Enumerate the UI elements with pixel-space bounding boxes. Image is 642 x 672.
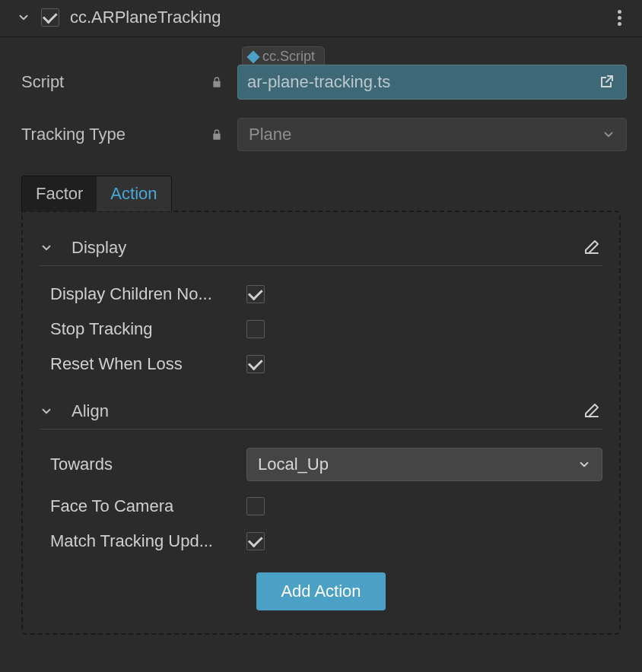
- chevron-down-icon: [577, 458, 591, 471]
- prop-label: Towards: [50, 455, 233, 474]
- section-title: Display: [72, 238, 575, 258]
- collapse-section-icon[interactable]: [40, 241, 53, 255]
- tab-body-action: Display Display Children No... Stop Trac…: [21, 211, 621, 635]
- stop-tracking-checkbox[interactable]: [246, 320, 265, 338]
- script-tag: cc.Script: [242, 46, 325, 65]
- property-row-tracking-type: Tracking Type Plane: [0, 109, 642, 160]
- prop-match-tracking-update: Match Tracking Upd...: [40, 524, 602, 559]
- script-label: Script: [21, 72, 196, 92]
- prop-face-to-camera: Face To Camera: [40, 489, 602, 524]
- towards-select[interactable]: Local_Up: [246, 448, 602, 481]
- towards-value: Local_Up: [258, 455, 577, 474]
- add-action-row: Add Action: [40, 572, 602, 610]
- component-title: cc.ARPlaneTracking: [70, 8, 610, 27]
- section-header-display: Display: [40, 233, 602, 266]
- property-row-script: Script cc.Script ar-plane-tracking.ts: [0, 55, 642, 109]
- script-tag-label: cc.Script: [262, 49, 315, 65]
- edit-section-icon[interactable]: [583, 401, 602, 421]
- prop-label: Reset When Loss: [50, 354, 233, 374]
- script-field[interactable]: cc.Script ar-plane-tracking.ts: [237, 65, 627, 100]
- script-value-box[interactable]: ar-plane-tracking.ts: [237, 65, 627, 100]
- inspector-panel: cc.ARPlaneTracking Script cc.Script ar-p…: [0, 0, 642, 672]
- chevron-down-icon: [602, 128, 615, 141]
- prop-label: Face To Camera: [50, 496, 233, 516]
- prop-display-children: Display Children No...: [40, 277, 602, 312]
- display-children-checkbox[interactable]: [246, 285, 265, 303]
- open-script-icon[interactable]: [596, 71, 617, 93]
- component-enabled-checkbox[interactable]: [41, 8, 59, 27]
- script-type-diamond-icon: [247, 50, 260, 63]
- tab-factor[interactable]: Factor: [22, 176, 97, 211]
- collapse-section-icon[interactable]: [40, 404, 53, 418]
- prop-label: Stop Tracking: [50, 319, 233, 339]
- add-action-button[interactable]: Add Action: [256, 572, 385, 610]
- collapse-component-icon[interactable]: [17, 11, 30, 24]
- prop-towards: Towards Local_Up: [40, 440, 602, 489]
- section-title: Align: [72, 401, 575, 421]
- match-tracking-update-checkbox[interactable]: [246, 532, 265, 550]
- component-menu-button[interactable]: [610, 8, 628, 27]
- prop-label: Display Children No...: [50, 284, 233, 304]
- prop-reset-when-loss: Reset When Loss: [40, 347, 602, 382]
- edit-section-icon[interactable]: [583, 238, 602, 258]
- lock-icon: [208, 74, 225, 90]
- tab-action[interactable]: Action: [97, 176, 170, 211]
- reset-when-loss-checkbox[interactable]: [246, 355, 265, 373]
- tracking-type-label: Tracking Type: [21, 125, 196, 144]
- tabs: Factor Action: [21, 176, 621, 211]
- tracking-type-select[interactable]: Plane: [237, 118, 627, 151]
- lock-icon: [208, 126, 225, 143]
- component-header: cc.ARPlaneTracking: [0, 0, 642, 37]
- prop-stop-tracking: Stop Tracking: [40, 312, 602, 347]
- script-file-name: ar-plane-tracking.ts: [247, 72, 588, 92]
- prop-label: Match Tracking Upd...: [50, 531, 233, 551]
- face-to-camera-checkbox[interactable]: [246, 497, 265, 515]
- tracking-type-value: Plane: [249, 125, 602, 144]
- section-header-align: Align: [40, 397, 602, 430]
